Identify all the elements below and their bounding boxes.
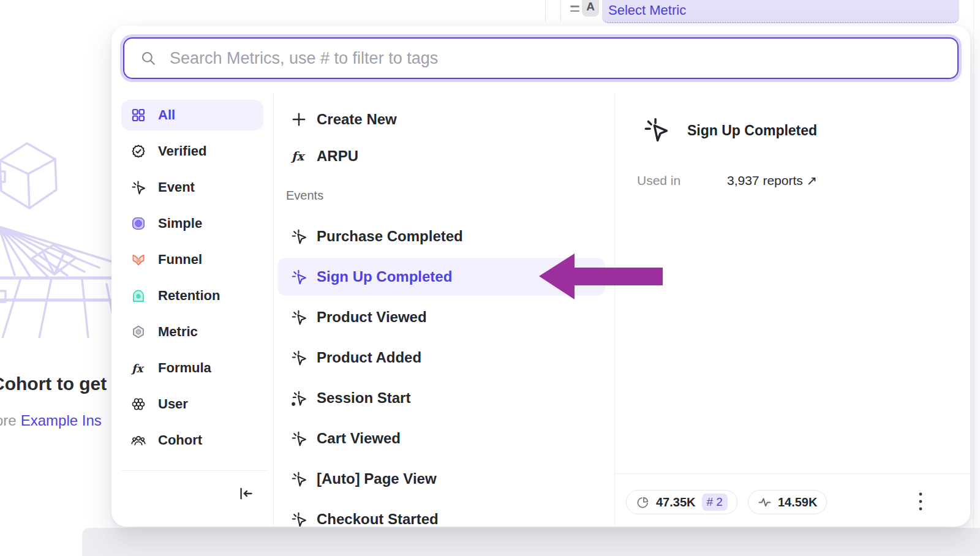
sidebar-item-label: Event [158, 179, 195, 195]
search-icon [140, 50, 156, 66]
user-cluster-icon [131, 397, 146, 411]
sidebar-item-formula[interactable]: Formula [121, 353, 263, 383]
sidebar-item-label: Simple [158, 216, 202, 231]
metric-label: Sign Up Completed [317, 268, 452, 285]
funnel-icon [131, 252, 146, 267]
stat-value: 47.35K [656, 495, 696, 509]
event-cursor-icon [291, 511, 307, 527]
metric-label: [Auto] Page View [317, 470, 437, 487]
metric-hexagon-icon [131, 325, 146, 339]
filter-sidebar: All Verified Event Simple Funnel Retenti… [121, 100, 263, 461]
used-in-label: Used in [637, 173, 680, 189]
list-item-auto-page-view[interactable]: [Auto] Page View [277, 460, 605, 498]
formula-fx-icon [131, 361, 146, 375]
column-divider [273, 93, 274, 527]
metric-label: Purchase Completed [317, 228, 463, 245]
sidebar-item-cohort[interactable]: Cohort [121, 425, 263, 456]
grid-icon [131, 108, 146, 122]
metric-label: Product Added [317, 349, 421, 366]
event-star-cursor-icon [291, 390, 307, 406]
sidebar-item-verified[interactable]: Verified [121, 136, 263, 167]
sidebar-item-user[interactable]: User [121, 389, 263, 419]
stat-pill-chart[interactable]: 47.35K # 2 [626, 490, 737, 514]
collapse-panel-icon [236, 485, 254, 502]
subtext-prefix: ore [0, 412, 17, 429]
create-new-label: Create New [317, 111, 397, 128]
verified-seal-icon [131, 144, 146, 159]
sidebar-item-all[interactable]: All [121, 100, 263, 130]
list-item-product-viewed[interactable]: Product Viewed [277, 298, 605, 336]
list-item-session-start[interactable]: Session Start [277, 379, 605, 417]
sidebar-item-label: Funnel [158, 252, 202, 268]
list-item-checkout-started[interactable]: Checkout Started [277, 500, 605, 527]
detail-stats: 47.35K # 2 14.59K [626, 490, 827, 514]
sidebar-item-label: Formula [158, 360, 211, 376]
metric-label: Cart Viewed [317, 430, 401, 447]
cohort-people-icon [131, 433, 146, 448]
panel-border [560, 0, 561, 22]
event-cursor-icon [291, 350, 307, 366]
example-link[interactable]: Example Ins [21, 412, 102, 429]
retention-icon [131, 288, 146, 303]
formula-fx-icon [291, 148, 307, 164]
sidebar-item-metric[interactable]: Metric [121, 317, 263, 347]
stat-pill-activity[interactable]: 14.59K [748, 490, 827, 514]
event-cursor-icon [291, 309, 307, 325]
decorative-wireframe-illustration [0, 136, 115, 338]
search-input[interactable] [168, 48, 906, 69]
event-cursor-icon [291, 430, 307, 446]
event-cursor-icon [291, 269, 307, 285]
sidebar-item-label: All [158, 107, 175, 123]
search-bar [123, 37, 959, 79]
detail-title: Sign Up Completed [687, 121, 817, 140]
annotation-arrow [536, 250, 666, 302]
collapse-panel-button[interactable] [236, 485, 254, 502]
list-item-cart-viewed[interactable]: Cart Viewed [277, 419, 605, 457]
metric-label: Session Start [317, 389, 410, 407]
metric-label: Checkout Started [317, 511, 439, 527]
sidebar-item-retention[interactable]: Retention [121, 280, 263, 311]
metric-slot-badge: A [582, 0, 599, 17]
stat-rank-chip: # 2 [702, 494, 728, 511]
pie-chart-icon [636, 495, 650, 509]
drag-handle-icon[interactable] [570, 6, 579, 13]
sidebar-item-label: User [158, 396, 188, 412]
select-metric-field[interactable]: Select Metric [602, 0, 959, 23]
event-cursor-icon [291, 228, 307, 244]
event-cursor-icon [291, 471, 307, 487]
events-section-header: Events [286, 189, 323, 203]
select-metric-label: Select Metric [602, 2, 686, 22]
page-canvas-strip [82, 528, 980, 556]
event-cursor-icon [131, 180, 146, 195]
event-cursor-icon [643, 116, 669, 142]
sidebar-item-event[interactable]: Event [121, 172, 263, 203]
list-item-arpu[interactable]: ARPU [277, 141, 605, 171]
create-new-button[interactable]: Create New [277, 105, 605, 134]
plus-icon [291, 111, 307, 127]
search-bar-ring [120, 34, 962, 82]
sidebar-item-label: Retention [158, 288, 220, 304]
metric-label: ARPU [317, 148, 358, 165]
used-in-reports-link[interactable]: 3,937 reports ↗ [727, 173, 817, 189]
sidebar-item-label: Verified [158, 143, 206, 159]
background-heading: Cohort to get s [0, 374, 122, 394]
simple-icon [131, 216, 146, 231]
sidebar-item-label: Metric [158, 324, 198, 340]
pulse-icon [758, 495, 772, 509]
more-options-button[interactable] [918, 491, 924, 513]
sidebar-item-label: Cohort [158, 432, 202, 448]
detail-footer-divider [614, 473, 970, 474]
list-item-product-added[interactable]: Product Added [277, 339, 605, 377]
background-subtext: oreExample Ins [0, 412, 102, 429]
panel-border [973, 0, 974, 527]
sidebar-divider [121, 470, 268, 471]
panel-border [545, 0, 546, 22]
sidebar-item-funnel[interactable]: Funnel [121, 244, 263, 275]
kebab-menu-icon [918, 491, 924, 513]
stat-value: 14.59K [778, 495, 818, 509]
column-divider [614, 93, 615, 527]
sidebar-item-simple[interactable]: Simple [121, 208, 263, 239]
metric-label: Product Viewed [317, 309, 427, 326]
